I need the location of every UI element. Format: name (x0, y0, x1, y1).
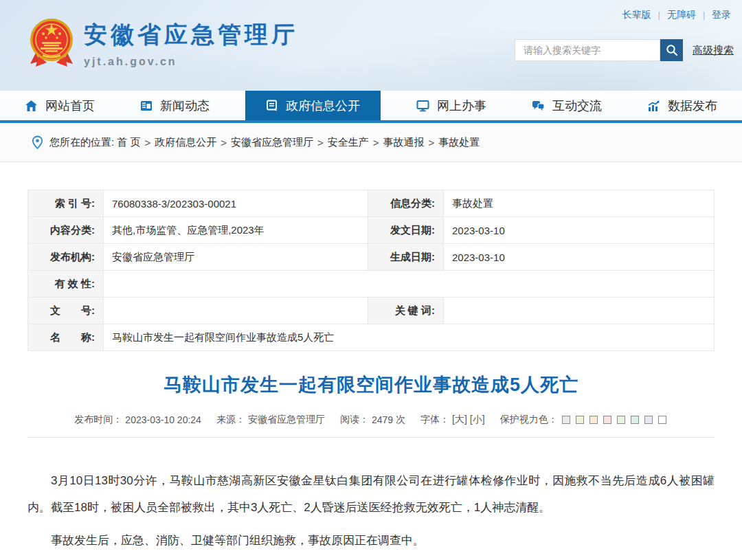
source-value: 安徽省应急管理厅 (248, 414, 325, 426)
publish-time-value: 2023-03-10 20:24 (125, 414, 201, 425)
nav-label: 网站首页 (45, 98, 95, 114)
nav-item-online-services[interactable]: 网上办事 (407, 91, 496, 120)
eye-color-swatch[interactable] (617, 416, 625, 424)
chat-icon (532, 100, 545, 112)
issue-date-value: 2023-03-10 (444, 217, 715, 244)
national-emblem-icon (29, 17, 74, 69)
publish-time-label: 发布时间： (74, 414, 122, 426)
search-button[interactable] (660, 39, 683, 61)
issue-date-label: 发文日期: (368, 217, 444, 244)
publisher-value: 安徽省应急管理厅 (104, 244, 368, 271)
nav-label: 政府信息公开 (286, 98, 360, 114)
monitor-icon (416, 100, 429, 112)
nav-item-interaction[interactable]: 互动交流 (522, 91, 611, 120)
crumb-safety[interactable]: 安全生产 (328, 136, 369, 149)
site-logo[interactable]: 安徽省应急管理厅 yjt.ah.gov.cn (29, 17, 298, 69)
crumb-accident-disposal[interactable]: 事故处置 (438, 136, 480, 149)
eye-color-swatch[interactable] (576, 416, 584, 424)
table-row: 内容分类: 其他,市场监管、应急管理,2023年 发文日期: 2023-03-1… (28, 217, 715, 244)
accessibility-link[interactable]: 无障碍 (667, 9, 696, 20)
topbar-separator: | (658, 10, 660, 20)
nav-label: 互动交流 (552, 98, 602, 114)
eye-color-swatch[interactable] (644, 416, 653, 424)
nav-label: 网上办事 (437, 98, 486, 114)
info-category-label: 信息分类: (368, 190, 444, 217)
article-paragraph: 事故发生后，应急、消防、卫健等部门组织施救，事故原因正在调查中。 (27, 527, 715, 554)
elderly-version-link[interactable]: 长辈版 (622, 9, 651, 20)
table-row: 索 引 号: 76080338-3/202303-00021 信息分类: 事故处… (28, 190, 715, 217)
font-smaller-button[interactable]: [小] (470, 414, 485, 426)
home-icon (25, 100, 38, 112)
views-unit: 次 (396, 414, 405, 426)
main-content: 索 引 号: 76080338-3/202303-00021 信息分类: 事故处… (0, 190, 742, 560)
font-size-label: 字体： (420, 414, 449, 426)
nav-item-home[interactable]: 网站首页 (15, 91, 104, 120)
keywords-value (444, 298, 715, 324)
location-pin-icon (32, 135, 43, 150)
views-label: 阅读： (340, 414, 369, 426)
site-title: 安徽省应急管理厅 (84, 19, 298, 51)
doc-number-value (104, 298, 368, 324)
name-value: 马鞍山市发生一起有限空间作业事故造成5人死亡 (104, 324, 715, 351)
topbar: 长辈版|无障碍|登录 (622, 9, 731, 21)
publisher-label: 发布机构: (28, 244, 104, 271)
index-number-label: 索 引 号: (28, 190, 104, 217)
name-label: 名 称: (28, 324, 104, 351)
eye-color-swatch[interactable] (658, 416, 666, 424)
table-row: 名 称: 马鞍山市发生一起有限空间作业事故造成5人死亡 (28, 324, 715, 351)
views-count: 2479 (372, 414, 393, 425)
article-body: 3月10日13时30分许，马鞍山市慈湖高新区安徽金星钛白集团有限公司在进行罐体检… (27, 467, 715, 554)
table-row: 有 效 性: (28, 271, 715, 298)
breadcrumb: 您所在的位置: 首 页 > 政府信息公开 > 安徽省应急管理厅 > 安全生产 >… (0, 123, 742, 162)
nav-item-data[interactable]: 数据发布 (638, 91, 727, 120)
crumb-accident-report[interactable]: 事故通报 (383, 136, 425, 149)
crumb-department[interactable]: 安徽省应急管理厅 (231, 136, 313, 149)
search-area: 高级搜索 (515, 39, 734, 61)
chart-icon (647, 100, 660, 112)
site-header: 长辈版|无障碍|登录 安徽省应急管理厅 yjt.ah.gov.cn (0, 0, 742, 91)
crumb-home[interactable]: 首 页 (117, 136, 140, 149)
main-nav: 网站首页 新闻动态 政府信息公开 网上办事 互动交流 数据发布 (0, 91, 742, 123)
eye-color-swatch[interactable] (631, 416, 639, 424)
login-link[interactable]: 登录 (712, 9, 731, 20)
article-meta: 发布时间：2023-03-10 20:24 来源：安徽省应急管理厅 阅读： 24… (27, 414, 715, 426)
font-larger-button[interactable]: [大] (452, 414, 467, 426)
doc-number-label: 文 号: (28, 298, 104, 324)
source-label: 来源： (216, 414, 245, 426)
search-icon (666, 44, 678, 56)
nav-label: 数据发布 (668, 98, 717, 114)
topbar-separator: | (703, 10, 705, 20)
article-paragraph: 3月10日13时30分许，马鞍山市慈湖高新区安徽金星钛白集团有限公司在进行罐体检… (27, 467, 715, 521)
crumb-gov-info[interactable]: 政府信息公开 (155, 136, 216, 149)
nav-label: 新闻动态 (160, 98, 210, 114)
site-url: yjt.ah.gov.cn (84, 56, 298, 68)
validity-value (104, 271, 715, 298)
generate-date-value: 2023-03-10 (444, 244, 715, 271)
eye-color-swatch[interactable] (603, 416, 611, 424)
generate-date-label: 生成日期: (368, 244, 444, 271)
info-category-value: 事故处置 (444, 190, 715, 217)
table-row: 文 号: 关 键 词: (28, 298, 715, 324)
advanced-search-link[interactable]: 高级搜索 (693, 44, 734, 57)
keywords-label: 关 键 词: (368, 298, 444, 324)
eye-color-swatch[interactable] (589, 416, 598, 424)
document-info-table: 索 引 号: 76080338-3/202303-00021 信息分类: 事故处… (27, 190, 715, 351)
document-icon (266, 100, 278, 112)
index-number-value: 76080338-3/202303-00021 (104, 190, 368, 217)
table-row: 发布机构: 安徽省应急管理厅 生成日期: 2023-03-10 (28, 244, 715, 271)
article-title: 马鞍山市发生一起有限空间作业事故造成5人死亡 (27, 372, 715, 397)
nav-item-gov-info[interactable]: 政府信息公开 (245, 91, 381, 120)
meta-divider (27, 437, 715, 438)
eye-protect-label: 保护视力色： (500, 414, 558, 426)
news-icon (140, 100, 153, 112)
content-category-label: 内容分类: (28, 217, 104, 244)
search-input[interactable] (515, 39, 660, 61)
breadcrumb-prefix: 您所在的位置: (49, 136, 114, 149)
content-category-value: 其他,市场监管、应急管理,2023年 (104, 217, 368, 244)
eye-color-swatch[interactable] (562, 416, 570, 424)
validity-label: 有 效 性: (28, 271, 104, 298)
nav-item-news[interactable]: 新闻动态 (131, 91, 219, 120)
